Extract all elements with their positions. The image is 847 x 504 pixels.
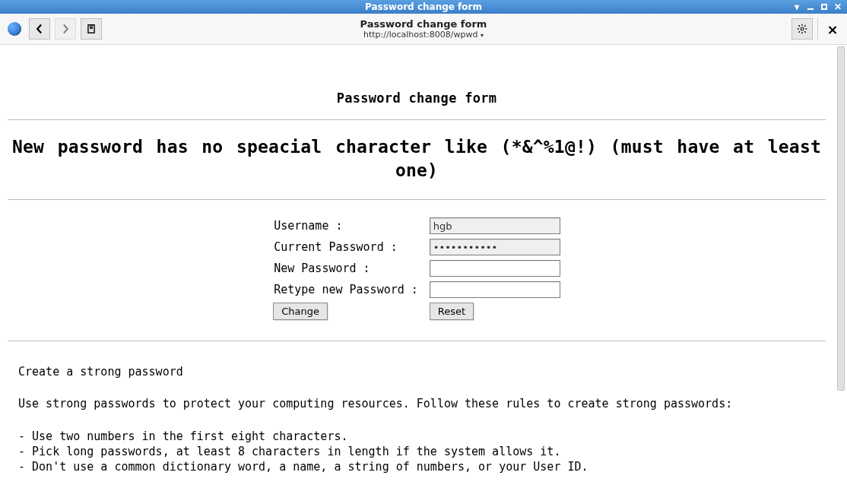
retype-password-field[interactable] <box>430 281 560 298</box>
window-title: Password change form <box>0 2 847 12</box>
divider <box>8 199 826 200</box>
window-close-icon[interactable]: ✕ <box>833 2 842 11</box>
help-rule: - Use two numbers in the first eight cha… <box>18 429 815 444</box>
new-password-field[interactable] <box>430 260 560 277</box>
chevron-right-icon <box>60 24 71 34</box>
help-rule: - Don't use a common dictionary word, a … <box>18 459 815 474</box>
svg-line-7 <box>804 31 805 32</box>
username-field <box>430 217 560 234</box>
address-url[interactable]: http://localhost:8008/wpwd ▾ <box>0 30 847 40</box>
divider <box>8 341 826 341</box>
browser-toolbar: Password change form http://localhost:80… <box>0 14 847 45</box>
window-hide-icon[interactable]: ▾ <box>792 2 801 11</box>
address-page-title: Password change form <box>0 18 847 30</box>
reset-button[interactable]: Reset <box>430 303 474 320</box>
label-retype-password: Retype new Password : <box>272 281 429 299</box>
address-display: Password change form http://localhost:80… <box>0 18 847 40</box>
svg-line-8 <box>798 31 799 32</box>
chevron-left-icon <box>34 24 45 34</box>
help-section: Create a strong password Use strong pass… <box>18 364 815 474</box>
url-dropdown-icon[interactable]: ▾ <box>481 32 484 39</box>
svg-point-1 <box>801 27 804 30</box>
scrollbar-thumb[interactable] <box>837 46 845 391</box>
back-button[interactable] <box>29 18 50 40</box>
label-username: Username : <box>272 217 429 235</box>
row-retype-password: Retype new Password : <box>272 281 561 299</box>
change-button[interactable]: Change <box>273 303 328 320</box>
forward-button <box>55 18 76 40</box>
svg-rect-0 <box>88 25 94 33</box>
globe-icon <box>5 19 24 39</box>
error-heading: New password has no speacial character l… <box>12 135 821 182</box>
window-minimize-icon[interactable] <box>806 2 815 11</box>
row-username: Username : <box>272 217 561 235</box>
help-rule: - Pick long passwords, at least 8 charac… <box>18 444 815 459</box>
page-title: Password change form <box>8 90 826 106</box>
svg-line-9 <box>804 25 805 26</box>
bookmark-button[interactable] <box>81 18 102 40</box>
gear-icon <box>797 24 807 34</box>
settings-button[interactable] <box>791 18 813 40</box>
password-form: Username : Current Password : New Passwo… <box>272 214 561 324</box>
label-current-password: Current Password : <box>272 238 429 256</box>
toolbar-divider <box>817 18 818 40</box>
help-intro: Use strong passwords to protect your com… <box>18 396 815 411</box>
divider <box>8 119 826 120</box>
bookmark-icon <box>86 24 97 34</box>
row-new-password: New Password : <box>272 259 561 277</box>
label-new-password: New Password : <box>272 259 429 277</box>
page-content: Password change form New password has no… <box>0 45 833 504</box>
vertical-scrollbar[interactable] <box>836 46 845 503</box>
window-titlebar: Password change form ▾ ✕ <box>0 0 847 14</box>
tab-close-button[interactable]: × <box>823 19 842 39</box>
current-password-field <box>430 239 560 255</box>
svg-line-6 <box>798 25 799 26</box>
window-maximize-icon[interactable] <box>820 2 829 11</box>
row-current-password: Current Password : <box>272 238 561 256</box>
help-title: Create a strong password <box>18 364 815 379</box>
row-buttons: Change Reset <box>272 302 561 321</box>
